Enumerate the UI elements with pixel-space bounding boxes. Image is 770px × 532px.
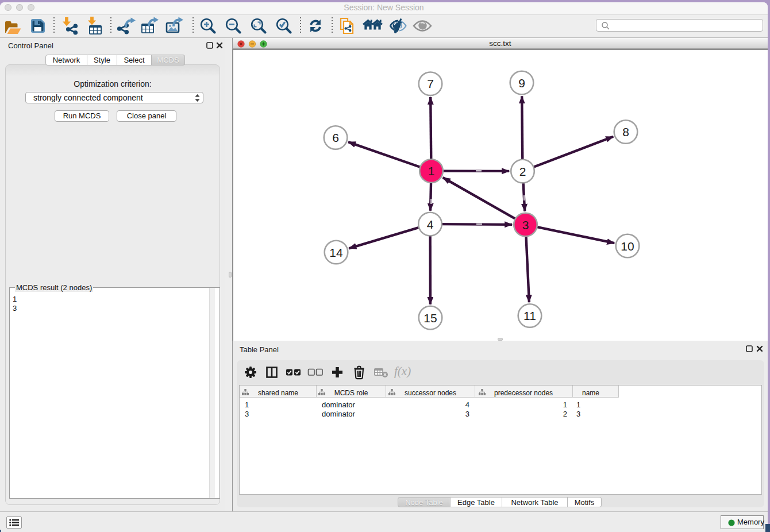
svg-text:8: 8 [622, 125, 629, 138]
svg-text:14: 14 [329, 246, 343, 259]
svg-text:3: 3 [522, 218, 529, 232]
svg-text:10: 10 [621, 240, 634, 253]
svg-text:11: 11 [523, 309, 536, 322]
svg-text:15: 15 [424, 311, 437, 325]
svg-text:6: 6 [332, 131, 339, 144]
svg-text:9: 9 [518, 76, 525, 90]
svg-text:4: 4 [427, 218, 434, 231]
svg-text:2: 2 [519, 165, 526, 178]
svg-text:1: 1 [428, 164, 435, 178]
svg-text:7: 7 [427, 77, 434, 90]
